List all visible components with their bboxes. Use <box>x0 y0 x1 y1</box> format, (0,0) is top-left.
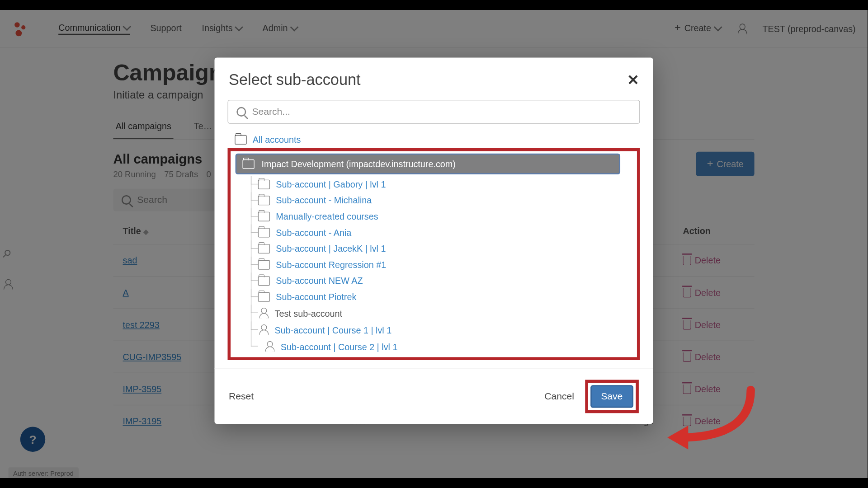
search-icon <box>236 107 246 117</box>
tree-item[interactable]: Sub-account | Course 1 | lvl 1 <box>233 321 634 338</box>
modal-search-input[interactable]: Search... <box>227 100 640 124</box>
modal-title: Select sub-account <box>229 70 360 89</box>
tree-item-label: Sub-account | Course 2 | lvl 1 <box>281 341 398 351</box>
folder-icon <box>258 179 270 189</box>
tree-selected-item[interactable]: Impact Development (impactdev.instructur… <box>236 154 620 174</box>
folder-icon <box>258 211 270 221</box>
folder-icon <box>242 159 254 169</box>
folder-icon <box>258 292 270 301</box>
highlight-annotation: Impact Development (impactdev.instructur… <box>227 148 640 360</box>
tree-item-label: Manually-created courses <box>276 211 378 221</box>
tree-item-label: Sub-account Regression #1 <box>276 259 386 269</box>
tree-item-label: Sub-account | Course 1 | lvl 1 <box>275 325 392 335</box>
folder-icon <box>235 135 246 144</box>
tree-item[interactable]: Test sub-account <box>233 305 634 321</box>
save-highlight-annotation: Save <box>585 380 639 413</box>
close-icon[interactable]: ✕ <box>627 71 639 88</box>
tree-item-label: Sub-account - Michalina <box>276 195 372 205</box>
folder-icon <box>258 260 270 269</box>
tree-item-label: Sub-account | Gabory | lvl 1 <box>276 179 386 189</box>
tree-item[interactable]: Manually-created courses <box>233 208 634 225</box>
tree-item-label: Sub-account Piotrek <box>276 291 356 301</box>
tree-item-label: Test sub-account <box>275 308 342 318</box>
person-icon <box>264 341 275 352</box>
tree-item[interactable]: Sub-account - Michalina <box>233 192 634 208</box>
cancel-button[interactable]: Cancel <box>544 391 574 402</box>
folder-icon <box>258 196 270 205</box>
tree-item[interactable]: Sub-account Regression #1 <box>233 257 634 273</box>
tree-item-label: Sub-account - Ania <box>276 227 351 237</box>
account-tree: All accounts Impact Development (impactd… <box>227 132 640 360</box>
tree-item[interactable]: Sub-account | Course 2 | lvl 1 <box>233 338 634 355</box>
save-button[interactable]: Save <box>590 385 634 408</box>
tree-item[interactable]: Sub-account | JacekK | lvl 1 <box>233 240 634 257</box>
tree-item[interactable]: Sub-account Piotrek <box>233 289 634 305</box>
tree-item[interactable]: Sub-account | Gabory | lvl 1 <box>233 176 634 192</box>
folder-icon <box>258 244 270 253</box>
tree-item[interactable]: Sub-account NEW AZ <box>233 272 634 289</box>
person-icon <box>258 308 269 319</box>
folder-icon <box>258 276 270 285</box>
tree-item-label: Sub-account NEW AZ <box>276 276 363 286</box>
person-icon <box>258 324 269 335</box>
select-subaccount-modal: Select sub-account ✕ Search... All accou… <box>214 57 653 424</box>
tree-item-label: Sub-account | JacekK | lvl 1 <box>276 244 386 253</box>
tree-root[interactable]: All accounts <box>227 132 640 147</box>
folder-icon <box>258 228 270 237</box>
tree-item[interactable]: Sub-account - Ania <box>233 224 634 240</box>
reset-button[interactable]: Reset <box>229 391 254 402</box>
